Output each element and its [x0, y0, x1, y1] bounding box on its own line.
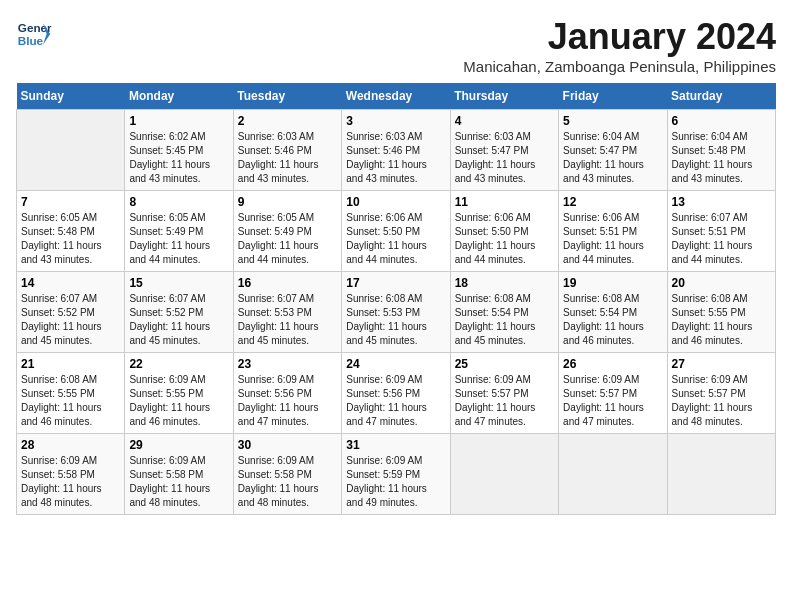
calendar-cell: 22Sunrise: 6:09 AMSunset: 5:55 PMDayligh… [125, 353, 233, 434]
day-info: Sunrise: 6:06 AMSunset: 5:50 PMDaylight:… [455, 211, 554, 267]
calendar-cell [450, 434, 558, 515]
day-info: Sunrise: 6:03 AMSunset: 5:46 PMDaylight:… [346, 130, 445, 186]
calendar-cell: 17Sunrise: 6:08 AMSunset: 5:53 PMDayligh… [342, 272, 450, 353]
day-number: 9 [238, 195, 337, 209]
day-info: Sunrise: 6:09 AMSunset: 5:56 PMDaylight:… [238, 373, 337, 429]
day-number: 7 [21, 195, 120, 209]
day-info: Sunrise: 6:04 AMSunset: 5:48 PMDaylight:… [672, 130, 771, 186]
day-info: Sunrise: 6:07 AMSunset: 5:52 PMDaylight:… [129, 292, 228, 348]
day-number: 30 [238, 438, 337, 452]
day-number: 21 [21, 357, 120, 371]
day-info: Sunrise: 6:09 AMSunset: 5:59 PMDaylight:… [346, 454, 445, 510]
calendar-cell: 27Sunrise: 6:09 AMSunset: 5:57 PMDayligh… [667, 353, 775, 434]
calendar-cell: 31Sunrise: 6:09 AMSunset: 5:59 PMDayligh… [342, 434, 450, 515]
day-number: 15 [129, 276, 228, 290]
week-row-4: 21Sunrise: 6:08 AMSunset: 5:55 PMDayligh… [17, 353, 776, 434]
day-info: Sunrise: 6:08 AMSunset: 5:53 PMDaylight:… [346, 292, 445, 348]
calendar-cell: 5Sunrise: 6:04 AMSunset: 5:47 PMDaylight… [559, 110, 667, 191]
col-header-tuesday: Tuesday [233, 83, 341, 110]
day-number: 17 [346, 276, 445, 290]
day-info: Sunrise: 6:03 AMSunset: 5:46 PMDaylight:… [238, 130, 337, 186]
calendar-cell: 23Sunrise: 6:09 AMSunset: 5:56 PMDayligh… [233, 353, 341, 434]
day-info: Sunrise: 6:06 AMSunset: 5:50 PMDaylight:… [346, 211, 445, 267]
day-number: 25 [455, 357, 554, 371]
day-info: Sunrise: 6:04 AMSunset: 5:47 PMDaylight:… [563, 130, 662, 186]
day-number: 6 [672, 114, 771, 128]
calendar-cell [667, 434, 775, 515]
calendar-header-row: SundayMondayTuesdayWednesdayThursdayFrid… [17, 83, 776, 110]
day-info: Sunrise: 6:07 AMSunset: 5:53 PMDaylight:… [238, 292, 337, 348]
calendar-cell: 14Sunrise: 6:07 AMSunset: 5:52 PMDayligh… [17, 272, 125, 353]
day-info: Sunrise: 6:09 AMSunset: 5:57 PMDaylight:… [563, 373, 662, 429]
day-number: 23 [238, 357, 337, 371]
calendar-cell: 18Sunrise: 6:08 AMSunset: 5:54 PMDayligh… [450, 272, 558, 353]
day-info: Sunrise: 6:05 AMSunset: 5:49 PMDaylight:… [238, 211, 337, 267]
logo: General Blue [16, 16, 52, 52]
calendar-cell: 20Sunrise: 6:08 AMSunset: 5:55 PMDayligh… [667, 272, 775, 353]
week-row-1: 1Sunrise: 6:02 AMSunset: 5:45 PMDaylight… [17, 110, 776, 191]
calendar-cell: 25Sunrise: 6:09 AMSunset: 5:57 PMDayligh… [450, 353, 558, 434]
day-info: Sunrise: 6:03 AMSunset: 5:47 PMDaylight:… [455, 130, 554, 186]
calendar-cell: 29Sunrise: 6:09 AMSunset: 5:58 PMDayligh… [125, 434, 233, 515]
main-title: January 2024 [463, 16, 776, 58]
day-info: Sunrise: 6:07 AMSunset: 5:52 PMDaylight:… [21, 292, 120, 348]
day-number: 13 [672, 195, 771, 209]
day-number: 31 [346, 438, 445, 452]
col-header-wednesday: Wednesday [342, 83, 450, 110]
calendar-cell: 16Sunrise: 6:07 AMSunset: 5:53 PMDayligh… [233, 272, 341, 353]
day-info: Sunrise: 6:09 AMSunset: 5:58 PMDaylight:… [238, 454, 337, 510]
day-number: 22 [129, 357, 228, 371]
calendar-cell: 4Sunrise: 6:03 AMSunset: 5:47 PMDaylight… [450, 110, 558, 191]
day-number: 24 [346, 357, 445, 371]
calendar-cell: 21Sunrise: 6:08 AMSunset: 5:55 PMDayligh… [17, 353, 125, 434]
calendar-cell: 12Sunrise: 6:06 AMSunset: 5:51 PMDayligh… [559, 191, 667, 272]
day-number: 4 [455, 114, 554, 128]
day-info: Sunrise: 6:08 AMSunset: 5:54 PMDaylight:… [563, 292, 662, 348]
day-number: 20 [672, 276, 771, 290]
calendar-cell: 24Sunrise: 6:09 AMSunset: 5:56 PMDayligh… [342, 353, 450, 434]
week-row-3: 14Sunrise: 6:07 AMSunset: 5:52 PMDayligh… [17, 272, 776, 353]
calendar-cell [17, 110, 125, 191]
col-header-friday: Friday [559, 83, 667, 110]
col-header-sunday: Sunday [17, 83, 125, 110]
day-number: 27 [672, 357, 771, 371]
day-info: Sunrise: 6:02 AMSunset: 5:45 PMDaylight:… [129, 130, 228, 186]
calendar-table: SundayMondayTuesdayWednesdayThursdayFrid… [16, 83, 776, 515]
calendar-cell: 6Sunrise: 6:04 AMSunset: 5:48 PMDaylight… [667, 110, 775, 191]
day-info: Sunrise: 6:08 AMSunset: 5:55 PMDaylight:… [672, 292, 771, 348]
calendar-cell: 8Sunrise: 6:05 AMSunset: 5:49 PMDaylight… [125, 191, 233, 272]
calendar-cell: 2Sunrise: 6:03 AMSunset: 5:46 PMDaylight… [233, 110, 341, 191]
day-info: Sunrise: 6:07 AMSunset: 5:51 PMDaylight:… [672, 211, 771, 267]
subtitle: Manicahan, Zamboanga Peninsula, Philippi… [463, 58, 776, 75]
day-number: 16 [238, 276, 337, 290]
calendar-cell: 28Sunrise: 6:09 AMSunset: 5:58 PMDayligh… [17, 434, 125, 515]
calendar-cell: 7Sunrise: 6:05 AMSunset: 5:48 PMDaylight… [17, 191, 125, 272]
calendar-cell: 1Sunrise: 6:02 AMSunset: 5:45 PMDaylight… [125, 110, 233, 191]
day-info: Sunrise: 6:06 AMSunset: 5:51 PMDaylight:… [563, 211, 662, 267]
page-header: General Blue January 2024 Manicahan, Zam… [16, 16, 776, 75]
day-info: Sunrise: 6:09 AMSunset: 5:57 PMDaylight:… [455, 373, 554, 429]
day-info: Sunrise: 6:09 AMSunset: 5:56 PMDaylight:… [346, 373, 445, 429]
week-row-2: 7Sunrise: 6:05 AMSunset: 5:48 PMDaylight… [17, 191, 776, 272]
col-header-thursday: Thursday [450, 83, 558, 110]
week-row-5: 28Sunrise: 6:09 AMSunset: 5:58 PMDayligh… [17, 434, 776, 515]
calendar-cell: 9Sunrise: 6:05 AMSunset: 5:49 PMDaylight… [233, 191, 341, 272]
calendar-cell: 10Sunrise: 6:06 AMSunset: 5:50 PMDayligh… [342, 191, 450, 272]
title-area: January 2024 Manicahan, Zamboanga Penins… [463, 16, 776, 75]
day-number: 28 [21, 438, 120, 452]
calendar-cell: 15Sunrise: 6:07 AMSunset: 5:52 PMDayligh… [125, 272, 233, 353]
calendar-cell: 30Sunrise: 6:09 AMSunset: 5:58 PMDayligh… [233, 434, 341, 515]
col-header-monday: Monday [125, 83, 233, 110]
day-number: 18 [455, 276, 554, 290]
day-number: 2 [238, 114, 337, 128]
day-number: 5 [563, 114, 662, 128]
calendar-cell [559, 434, 667, 515]
day-number: 19 [563, 276, 662, 290]
day-info: Sunrise: 6:09 AMSunset: 5:57 PMDaylight:… [672, 373, 771, 429]
day-number: 11 [455, 195, 554, 209]
svg-text:Blue: Blue [18, 34, 44, 47]
logo-icon: General Blue [16, 16, 52, 52]
calendar-cell: 13Sunrise: 6:07 AMSunset: 5:51 PMDayligh… [667, 191, 775, 272]
day-info: Sunrise: 6:09 AMSunset: 5:58 PMDaylight:… [21, 454, 120, 510]
calendar-cell: 26Sunrise: 6:09 AMSunset: 5:57 PMDayligh… [559, 353, 667, 434]
